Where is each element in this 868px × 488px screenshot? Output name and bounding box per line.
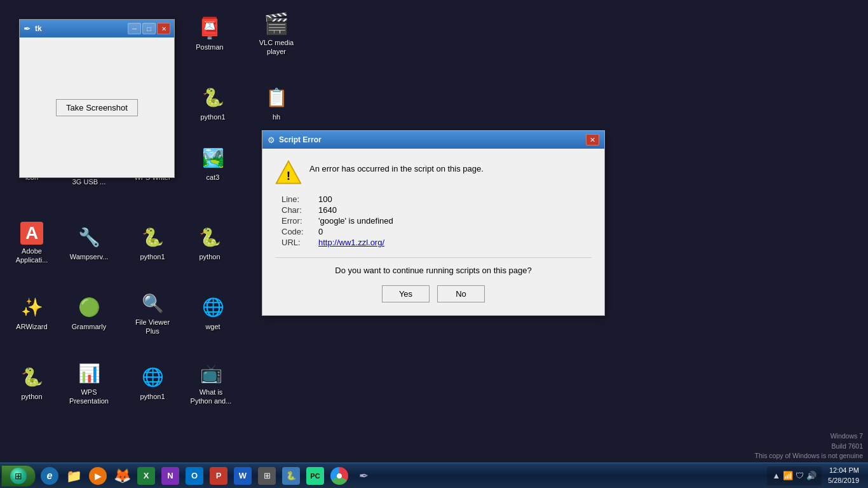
line-value: 100 xyxy=(318,194,332,204)
taskbar-chrome[interactable] xyxy=(328,465,351,487)
taskbar-firefox[interactable]: 🦊 xyxy=(111,465,133,487)
tk-window: ✒ tk ─ □ ✕ Take Screenshot xyxy=(19,19,175,178)
tk-title-icon: ✒ xyxy=(24,24,31,34)
taskbar-onenote[interactable]: N xyxy=(159,465,182,487)
desktop-icon-cat3[interactable]: 🏞️ cat3 xyxy=(187,137,238,191)
desktop-icon-adobe[interactable]: A Adobe Applicati... xyxy=(6,216,57,270)
desktop-icon-what-python[interactable]: 📺 What is Python and... xyxy=(186,356,236,410)
build-number: Build 7601 xyxy=(755,442,863,452)
tray-sound[interactable]: 🔊 xyxy=(806,471,817,480)
tk-minimize-btn[interactable]: ─ xyxy=(128,23,141,34)
line-label: Line: xyxy=(281,194,313,204)
tray-expand[interactable]: ▲ xyxy=(772,471,780,480)
dialog-title-icon: ⚙ xyxy=(268,135,275,145)
desktop-icon-python1-top[interactable]: 🐍 python1 xyxy=(187,76,238,130)
tk-close-btn[interactable]: ✕ xyxy=(157,23,170,34)
not-genuine-text: This copy of Windows is not genuine xyxy=(755,451,863,461)
start-button[interactable]: ⊞ xyxy=(1,465,36,487)
tray-security[interactable]: 🛡 xyxy=(796,471,804,480)
dialog-question: Do you want to continue running scripts … xyxy=(275,266,592,275)
taskbar-feather[interactable]: ✒ xyxy=(352,465,375,487)
desktop-icon-python[interactable]: 🐍 python xyxy=(184,216,235,270)
taskbar-media[interactable]: ▶ xyxy=(86,465,109,487)
desktop-icon-grammarly[interactable]: 🟢 Grammarly xyxy=(64,286,114,340)
url-label: URL: xyxy=(281,238,313,247)
dialog-divider xyxy=(275,257,592,258)
detail-row-char: Char: 1640 xyxy=(281,205,592,215)
system-tray: ▲ 📶 🛡 🔊 xyxy=(767,466,822,485)
taskbar-ie[interactable]: e xyxy=(38,465,61,487)
taskbar: ⊞ e 📁 ▶ 🦊 X N xyxy=(0,463,868,488)
desktop-icon-vlc[interactable]: 🎬 VLC media player xyxy=(251,6,302,60)
char-label: Char: xyxy=(281,205,313,215)
dialog-body: ! An error has occurred in the script on… xyxy=(262,149,604,315)
code-label: Code: xyxy=(281,227,313,236)
dialog-title-text: Script Error xyxy=(279,135,586,144)
dialog-header-text: An error has occurred in the script on t… xyxy=(309,159,484,173)
detail-row-line: Line: 100 xyxy=(281,194,592,204)
svg-text:!: ! xyxy=(287,169,290,182)
dialog-titlebar[interactable]: ⚙ Script Error ✕ xyxy=(262,131,604,149)
clock-area[interactable]: 12:04 PM 5/28/2019 xyxy=(824,464,863,487)
desktop-icon-wamp[interactable]: 🔧 Wampserv... xyxy=(64,216,114,270)
desktop-icon-python-bot[interactable]: 🐍 python xyxy=(6,356,57,410)
taskbar-outlook[interactable]: O xyxy=(183,465,206,487)
dialog-details: Line: 100 Char: 1640 Error: 'google' is … xyxy=(281,194,592,247)
taskbar-apps: e 📁 ▶ 🦊 X N O xyxy=(38,463,767,488)
tray-network[interactable]: 📶 xyxy=(783,471,793,480)
desktop-icon-hh[interactable]: 📋 hh xyxy=(251,76,302,130)
clock-date: 5/28/2019 xyxy=(828,476,859,485)
desktop-icon-python1[interactable]: 🐍 python1 xyxy=(127,216,178,270)
desktop-icon-postman[interactable]: 📮 Postman xyxy=(184,6,235,60)
dialog-buttons: Yes No xyxy=(275,285,592,302)
desktop-icon-wps-pres[interactable]: 📊 WPS Presentation xyxy=(64,356,114,410)
taskbar-calc[interactable]: ⊞ xyxy=(255,465,278,487)
code-value: 0 xyxy=(318,227,323,236)
no-button[interactable]: No xyxy=(437,285,485,302)
taskbar-excel[interactable]: X xyxy=(135,465,158,487)
desktop-icon-arwizard[interactable]: ✨ ARWizard xyxy=(6,286,57,340)
taskbar-ppt[interactable]: P xyxy=(207,465,230,487)
start-orb: ⊞ xyxy=(10,468,27,484)
tk-window-buttons: ─ □ ✕ xyxy=(128,23,170,34)
tk-title-text: tk xyxy=(35,24,128,33)
warning-icon: ! xyxy=(275,159,301,184)
taskbar-python[interactable]: 🐍 xyxy=(280,465,302,487)
clock-time: 12:04 PM xyxy=(828,466,859,475)
desktop-icon-fileviewer[interactable]: 🔍 File Viewer Plus xyxy=(127,286,178,340)
detail-row-url: URL: http://ww1.zzl.org/ xyxy=(281,238,592,247)
desktop-icon-python1-bot[interactable]: 🌐 python1 xyxy=(127,356,178,410)
desktop: 💻 Co... 📁 Rec... 📮 Postman 🎬 VLC media p… xyxy=(0,0,868,488)
windows-version: Windows 7 xyxy=(755,431,863,442)
detail-row-error: Error: 'google' is undefined xyxy=(281,216,592,226)
taskbar-right: ▲ 📶 🛡 🔊 12:04 PM 5/28/2019 xyxy=(767,464,867,487)
error-label: Error: xyxy=(281,216,313,226)
not-genuine-watermark: Windows 7 Build 7601 This copy of Window… xyxy=(755,431,863,461)
tk-maximize-btn[interactable]: □ xyxy=(142,23,156,34)
yes-button[interactable]: Yes xyxy=(382,285,430,302)
take-screenshot-button[interactable]: Take Screenshot xyxy=(56,99,138,116)
url-value[interactable]: http://ww1.zzl.org/ xyxy=(318,238,384,247)
taskbar-word[interactable]: W xyxy=(231,465,254,487)
taskbar-pycharm[interactable]: PC xyxy=(304,465,327,487)
taskbar-folder[interactable]: 📁 xyxy=(62,465,85,487)
tk-titlebar[interactable]: ✒ tk ─ □ ✕ xyxy=(20,20,174,37)
detail-row-code: Code: 0 xyxy=(281,227,592,236)
tk-body: Take Screenshot xyxy=(20,37,174,177)
char-value: 1640 xyxy=(318,205,337,215)
error-value: 'google' is undefined xyxy=(318,216,393,226)
desktop-icon-wget[interactable]: 🌐 wget xyxy=(187,286,238,340)
dialog-header-row: ! An error has occurred in the script on… xyxy=(275,159,592,184)
dialog-close-btn[interactable]: ✕ xyxy=(586,134,599,146)
script-error-dialog: ⚙ Script Error ✕ ! An error has occurred… xyxy=(262,130,605,316)
